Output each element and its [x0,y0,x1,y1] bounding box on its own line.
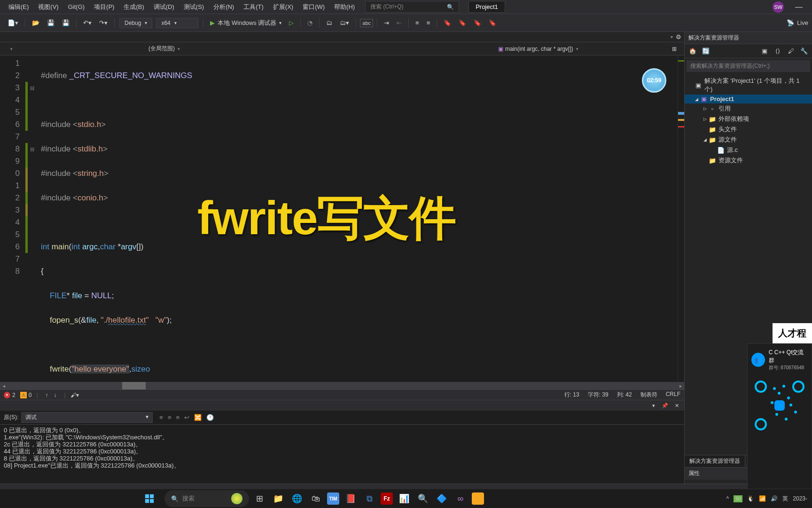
tab-solution-explorer[interactable]: 解决方案资源管理器 [685,455,745,467]
nav-down-icon[interactable]: ↓ [54,392,57,398]
taskbar-search[interactable]: 🔍 搜索 [164,490,249,507]
tree-headers[interactable]: 📁头文件 [685,124,812,135]
tray-app1[interactable]: 50 [734,495,742,502]
tb-bm2[interactable]: 🔖 [456,17,469,28]
live-share-button[interactable]: 📡 Live [787,19,808,26]
tb-icon-1[interactable]: ◔ [304,17,315,28]
minimize-button[interactable]: — [789,3,808,11]
tray-app2[interactable]: 🐧 [747,495,754,502]
output-source-dropdown[interactable]: 调试 [21,412,153,423]
tb-bm3[interactable]: 🔖 [471,17,484,28]
start-without-debug-button[interactable]: ▷ [286,17,297,28]
output-dropdown-icon[interactable]: ▾ [650,402,657,410]
output-close-icon[interactable]: ✕ [672,402,681,410]
menu-build[interactable]: 生成(B) [119,1,148,13]
brush-icon[interactable]: 🖌▾ [70,392,79,398]
menu-tools[interactable]: 工具(T) [239,1,268,13]
edge-icon[interactable]: 🌐 [289,491,304,506]
menu-git[interactable]: Git(G) [63,1,89,12]
tree-sources[interactable]: ◢📁源文件 [685,135,812,145]
save-all-button[interactable]: 💾 [59,17,72,28]
open-button[interactable]: 📂 [29,17,42,28]
menu-analyze[interactable]: 分析(N) [209,1,239,13]
tb-comment-button[interactable]: ≡ [413,17,422,28]
output-clock-icon[interactable]: 🕐 [206,414,214,421]
tb-icon-2[interactable]: 🗂 [323,17,335,28]
output-btn5[interactable]: 🔀 [194,414,202,421]
tray-date[interactable]: 2023- [793,495,807,502]
code-editor[interactable]: 123456789012345678 ⊟ ⊟ #define _CRT_SECU… [0,56,684,382]
se-btn5[interactable]: 🖊 [786,46,796,56]
menu-debug[interactable]: 调试(D) [149,1,179,13]
search-input[interactable]: 搜索 (Ctrl+Q) 🔍 [365,1,459,13]
editor-settings-icon[interactable]: ⚙ [676,33,681,40]
tray-lang[interactable]: 英 [782,495,788,503]
error-icon[interactable]: ✕ [4,392,10,398]
menu-test[interactable]: 测试(S) [179,1,209,13]
app-icon-1[interactable]: 📕 [343,491,358,506]
tree-source-file[interactable]: 📄源.c [685,145,812,155]
new-file-button[interactable]: 📄▾ [5,17,21,28]
everything-icon[interactable]: 🔍 [415,491,430,506]
app-icon-2[interactable]: 📊 [397,491,412,506]
output-pin-icon[interactable]: 📌 [659,402,671,410]
tb-bm4[interactable]: 🔖 [486,17,499,28]
platform-dropdown[interactable]: x64 [156,18,198,28]
undo-button[interactable]: ↶▾ [80,17,94,28]
start-button[interactable] [142,491,157,506]
bc-function[interactable]: ▣ main(int argc, char * argv[]) [494,45,668,53]
tim-icon[interactable]: TIM [327,492,339,505]
scroll-thumb[interactable] [122,382,146,389]
tb-indent-button[interactable]: ⇥ [381,17,392,28]
tray-wifi-icon[interactable]: 📶 [759,495,766,502]
se-btn4[interactable]: ⟨⟩ [773,46,783,56]
app-icon-3[interactable]: 🔷 [434,491,449,506]
start-debugger-button[interactable]: ▶ 本地 Windows 调试器 ▾ [206,17,285,29]
redo-button[interactable]: ↷▾ [96,17,110,28]
tb-icon-3[interactable]: 🗂▾ [337,17,352,28]
tb-outdent-button[interactable]: ⇤ [394,17,405,28]
vscode-icon[interactable]: ⧉ [362,491,377,506]
minimap[interactable] [678,56,684,382]
output-btn2[interactable]: ≡ [168,414,172,421]
solution-search-input[interactable]: 搜索解决方案资源管理器(Ctrl+;) [687,60,810,72]
tab-mode[interactable]: 制表符 [640,391,657,399]
menu-help[interactable]: 帮助(H) [329,1,359,13]
menu-window[interactable]: 窗口(W) [298,1,329,13]
tree-references[interactable]: ▷▫引用 [685,103,812,114]
tree-solution-root[interactable]: ▣解决方案 'Project1' (1 个项目，共 1 个) [685,76,812,95]
se-home-icon[interactable]: 🏠 [687,46,698,56]
se-wrench-icon[interactable]: 🔧 [799,46,809,56]
bc-scope[interactable]: (全局范围) [145,44,494,54]
user-avatar[interactable]: SW [773,1,784,13]
tree-project[interactable]: ◢▣Project1 [685,95,812,103]
editor-options-dropdown[interactable]: ▾ [671,34,673,40]
output-btn3[interactable]: ≡ [176,414,180,421]
scroll-left-icon[interactable]: ◂ [0,382,8,389]
visual-studio-icon[interactable]: ∞ [453,491,468,506]
menu-extensions[interactable]: 扩展(X) [268,1,298,13]
editor-h-scrollbar[interactable]: ◂ ▸ [0,382,684,389]
output-text[interactable]: 0 已退出，返回值为 0 (0x0)。1.exe"(Win32): 已加载 "C… [0,425,684,484]
eol-mode[interactable]: CRLF [666,391,680,399]
warning-icon[interactable]: ⚠ [20,392,27,398]
tray-sound-icon[interactable]: 🔊 [771,495,778,502]
menu-view[interactable]: 视图(V) [33,1,63,13]
bc-file[interactable] [4,46,145,52]
project-selector[interactable]: Project1 [468,1,505,13]
save-button[interactable]: 💾 [44,17,57,28]
output-clear-icon[interactable]: ≡ [159,414,163,421]
task-view-icon[interactable]: ⊞ [252,491,267,506]
output-wrap-icon[interactable]: ↩ [184,414,189,421]
menu-edit[interactable]: 编辑(E) [4,1,33,13]
bc-split-button[interactable]: ⊞ [668,45,680,53]
tray-up-icon[interactable]: ^ [726,495,729,502]
filezilla-icon[interactable]: Fz [381,492,393,505]
scroll-right-icon[interactable]: ▸ [677,382,684,389]
tree-external-deps[interactable]: ▷📁外部依赖项 [685,114,812,124]
explorer-icon[interactable]: 📁 [271,491,286,506]
fold-gutter[interactable]: ⊟ ⊟ [28,56,36,382]
tb-bookmark-button[interactable]: 🔖 [441,17,454,28]
config-dropdown[interactable]: Debug [119,18,152,28]
store-icon[interactable]: 🛍 [308,491,323,506]
